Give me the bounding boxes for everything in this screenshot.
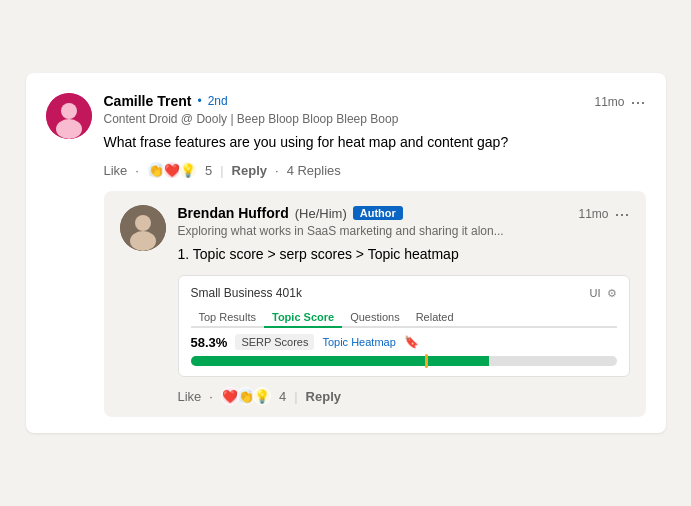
emoji-group-reply: ❤️ 👏 💡: [221, 387, 271, 405]
timestamp-top: 11mo ···: [594, 93, 645, 111]
emoji-group-top: 👏 ❤️ 💡: [147, 161, 197, 179]
reactions-row-reply: Like · ❤️ 👏 💡 4 | Reply: [178, 387, 630, 405]
emoji-bulb-reply: 💡: [253, 387, 271, 405]
timestamp-reply: 11mo ···: [578, 205, 629, 223]
svg-point-5: [130, 231, 156, 251]
reply-body: Brendan Hufford (He/Him) Author 11mo ···…: [178, 205, 630, 405]
like-button-reply[interactable]: Like: [178, 389, 202, 404]
tab-top-results[interactable]: Top Results: [191, 308, 264, 326]
inner-card-header: Small Business 401k UI ⚙: [191, 286, 617, 300]
tab-questions[interactable]: Questions: [342, 308, 408, 326]
inner-screenshot-card: Small Business 401k UI ⚙ Top Results Top…: [178, 275, 630, 377]
comment-text-top: What frase features are you using for he…: [104, 132, 646, 153]
progress-bar-fill: [191, 356, 489, 366]
avatar-brendan: [120, 205, 166, 251]
topic-heatmap-link[interactable]: Topic Heatmap: [322, 336, 395, 348]
tabs-row: Top Results Topic Score Questions Relate…: [191, 308, 617, 328]
more-options-top[interactable]: ···: [630, 93, 645, 111]
score-value: 58.3%: [191, 335, 228, 350]
author-line-reply: Brendan Hufford (He/Him) Author: [178, 205, 403, 221]
subtitle-brendan: Exploring what works in SaaS marketing a…: [178, 224, 630, 238]
avatar-camille: [46, 93, 92, 139]
reply-text: 1. Topic score > serp scores > Topic hea…: [178, 244, 630, 265]
author-badge: Author: [353, 206, 403, 220]
connection-degree-camille: 2nd: [208, 94, 228, 108]
svg-point-1: [61, 103, 77, 119]
comment-header-reply: Brendan Hufford (He/Him) Author 11mo ···: [178, 205, 630, 223]
settings-icon[interactable]: ⚙: [607, 287, 617, 300]
author-name-camille[interactable]: Camille Trent: [104, 93, 192, 109]
reactions-row-top: Like · 👏 ❤️ 💡 5 | Reply · 4 Replies: [104, 161, 646, 179]
emoji-bulb-top: 💡: [179, 161, 197, 179]
connection-badge-camille: •: [197, 94, 201, 108]
top-comment: Camille Trent • 2nd 11mo ··· Content Dro…: [46, 93, 646, 179]
bookmark-icon[interactable]: 🔖: [404, 335, 419, 349]
subtitle-camille: Content Droid @ Dooly | Beep Bloop Bloop…: [104, 112, 646, 126]
top-comment-body: Camille Trent • 2nd 11mo ··· Content Dro…: [104, 93, 646, 179]
pronouns-brendan: (He/Him): [295, 206, 347, 221]
reply-container: Brendan Hufford (He/Him) Author 11mo ···…: [104, 191, 646, 417]
reaction-count-top: 5: [205, 163, 212, 178]
reaction-count-reply: 4: [279, 389, 286, 404]
comment-card: Camille Trent • 2nd 11mo ··· Content Dro…: [26, 73, 666, 433]
score-row: 58.3% SERP Scores Topic Heatmap 🔖: [191, 334, 617, 350]
author-line-top: Camille Trent • 2nd: [104, 93, 228, 109]
serp-dropdown[interactable]: SERP Scores: [235, 334, 314, 350]
tab-topic-score[interactable]: Topic Score: [264, 308, 342, 328]
svg-point-2: [56, 119, 82, 139]
comment-header-top: Camille Trent • 2nd 11mo ···: [104, 93, 646, 111]
reply-comment: Brendan Hufford (He/Him) Author 11mo ···…: [120, 205, 630, 405]
reply-button-top[interactable]: Reply: [232, 163, 267, 178]
ui-icon: UI: [590, 287, 601, 300]
svg-point-4: [135, 215, 151, 231]
author-name-brendan[interactable]: Brendan Hufford: [178, 205, 289, 221]
tab-related[interactable]: Related: [408, 308, 462, 326]
inner-card-title: Small Business 401k: [191, 286, 302, 300]
progress-bar-container: [191, 356, 617, 366]
replies-link-top[interactable]: 4 Replies: [287, 163, 341, 178]
inner-card-icons: UI ⚙: [590, 287, 617, 300]
progress-bar-marker: [425, 354, 428, 368]
more-options-reply[interactable]: ···: [614, 205, 629, 223]
like-button-top[interactable]: Like: [104, 163, 128, 178]
reply-button-reply[interactable]: Reply: [306, 389, 341, 404]
